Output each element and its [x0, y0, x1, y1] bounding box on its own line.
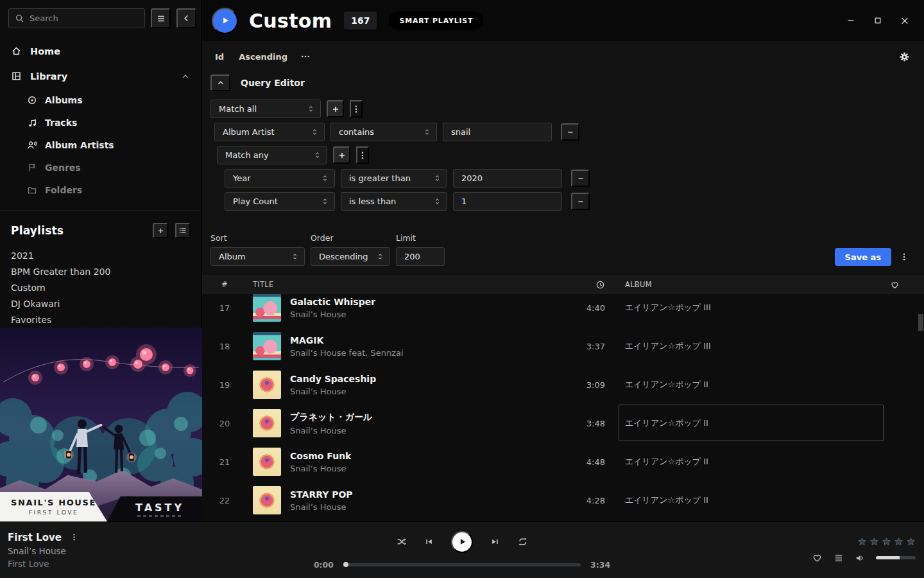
album-art-artist: SNAIL'S HOUSE [11, 498, 96, 507]
column-header-title[interactable]: TITLE [247, 280, 574, 289]
sort-bar: Sort Album Order Descending [202, 233, 924, 266]
playlist-item[interactable]: BPM Greater than 200 [11, 263, 191, 279]
play-pause-button[interactable] [451, 531, 473, 553]
track-number: 22 [202, 496, 247, 505]
track-album: エイリアン☆ポップ II [613, 417, 924, 429]
rule-operator-select[interactable]: contains [330, 123, 437, 141]
star-icon[interactable] [894, 537, 903, 547]
heart-icon[interactable] [890, 280, 900, 290]
search-input[interactable] [30, 13, 139, 23]
star-icon[interactable] [906, 537, 916, 547]
play-icon [220, 15, 230, 26]
chevron-up-icon[interactable] [181, 72, 190, 81]
previous-button[interactable] [424, 537, 434, 547]
rule-value-input[interactable] [453, 169, 562, 188]
sort-direction-control[interactable]: Ascending [239, 52, 287, 62]
remove-rule-button[interactable] [561, 123, 579, 141]
collapse-query-editor-button[interactable] [210, 74, 230, 91]
now-playing-title: First Love [8, 532, 62, 543]
sidebar-nav: Home Library Albums Tracks [0, 39, 201, 201]
minimize-button[interactable] [846, 15, 856, 26]
track-number: 17 [202, 303, 247, 313]
scrollbar-thumb[interactable] [918, 314, 923, 331]
queue-button[interactable] [834, 553, 844, 563]
playlist-item[interactable]: 2021 [11, 247, 191, 263]
close-button[interactable] [900, 15, 910, 26]
next-button[interactable] [490, 537, 500, 547]
gear-icon[interactable] [899, 51, 910, 62]
star-icon[interactable] [869, 537, 879, 547]
shuffle-button[interactable] [396, 536, 407, 547]
add-rule-button[interactable] [327, 100, 344, 118]
sidebar-item-home[interactable]: Home [0, 39, 201, 64]
rule-field-select[interactable]: Play Count [225, 192, 335, 211]
kebab-icon[interactable] [897, 248, 911, 266]
menu-button[interactable] [151, 8, 171, 28]
volume-icon[interactable] [855, 553, 865, 563]
progress-handle[interactable] [343, 562, 348, 567]
track-album: エイリアン☆ポップ II [613, 495, 924, 506]
sidebar-item-genres[interactable]: Genres [27, 156, 201, 179]
match-mode-select[interactable]: Match all [210, 100, 321, 118]
remove-rule-button[interactable] [571, 170, 590, 187]
volume-slider[interactable] [876, 556, 916, 559]
sidebar-item-library[interactable]: Library [0, 64, 201, 89]
progress-bar[interactable] [343, 563, 581, 566]
track-row[interactable]: 17 Galactic Whisper Snail’s House 4:40 エ… [202, 294, 924, 327]
disc-icon [27, 95, 37, 105]
nav-back-button[interactable] [176, 8, 196, 28]
kebab-icon[interactable] [70, 533, 78, 541]
rule-value-input[interactable] [443, 123, 552, 141]
sort-field-control[interactable]: Id [215, 52, 224, 62]
play-playlist-button[interactable] [212, 8, 238, 34]
player-bar: First Love Snail’s House First Love 0:00… [0, 521, 924, 578]
album-cover-thumbnail [253, 486, 281, 514]
remove-rule-button[interactable] [571, 193, 590, 210]
minus-icon [576, 174, 585, 183]
track-number: 18 [202, 342, 247, 351]
sidebar-item-albums[interactable]: Albums [27, 89, 201, 111]
maximize-button[interactable] [873, 15, 883, 26]
track-row[interactable]: 20 プラネット・ガール Snail’s House 3:48 エイリアン☆ポッ… [202, 404, 924, 442]
match-mode-select[interactable]: Match any [217, 146, 327, 164]
sidebar-item-folders[interactable]: Folders [27, 179, 201, 201]
rule-operator-select[interactable]: is greater than [341, 169, 447, 188]
now-playing-album-art[interactable]: SNAIL'S HOUSE FIRST LOVE TASTY [0, 328, 202, 521]
rule-field-select[interactable]: Album Artist [214, 123, 325, 141]
group-menu-button[interactable] [356, 146, 369, 164]
column-header-album[interactable]: ALBUM [613, 280, 924, 290]
star-icon[interactable] [882, 537, 891, 547]
track-row[interactable]: 22 STARRY POP Snail’s House 4:28 エイリアン☆ポ… [202, 481, 924, 520]
chevron-updown-icon [311, 128, 319, 136]
limit-input[interactable] [396, 247, 445, 266]
sidebar-item-label: Tracks [45, 118, 77, 128]
add-playlist-button[interactable] [153, 223, 168, 238]
sidebar-item-tracks[interactable]: Tracks [27, 111, 201, 134]
order-select[interactable]: Descending [311, 247, 390, 266]
group-menu-button[interactable] [350, 100, 363, 118]
column-header-duration[interactable] [574, 280, 613, 290]
track-duration: 4:28 [574, 496, 613, 505]
favorite-button[interactable] [812, 552, 823, 563]
search-box[interactable] [8, 8, 145, 28]
more-options-icon[interactable] [300, 51, 311, 62]
rule-value-input[interactable] [453, 192, 562, 211]
playlist-item[interactable]: Favorites [11, 311, 191, 328]
track-row[interactable]: 21 Cosmo Funk Snail’s House 4:48 エイリアン☆ポ… [202, 442, 924, 481]
rule-field-select[interactable]: Year [225, 169, 335, 188]
add-rule-button[interactable] [333, 146, 350, 164]
repeat-button[interactable] [517, 536, 528, 547]
sort-select[interactable]: Album [210, 247, 305, 266]
track-row[interactable]: 19 Candy Spaceship Snail’s House 3:09 エイ… [202, 365, 924, 404]
playlist-menu-button[interactable] [175, 223, 191, 238]
star-icon[interactable] [857, 537, 867, 547]
column-header-number[interactable]: # [202, 280, 247, 289]
playlist-item[interactable]: Custom [11, 279, 191, 295]
rule-operator-select[interactable]: is less than [341, 192, 447, 211]
playlist-item[interactable]: DJ Okawari [11, 295, 191, 311]
track-number: 20 [202, 419, 247, 428]
sidebar-item-album-artists[interactable]: Album Artists [27, 134, 201, 156]
track-row[interactable]: 18 MAGIK Snail’s House feat. Sennzai 3:3… [202, 327, 924, 365]
window-controls [846, 15, 910, 26]
save-as-button[interactable]: Save as [835, 248, 891, 266]
